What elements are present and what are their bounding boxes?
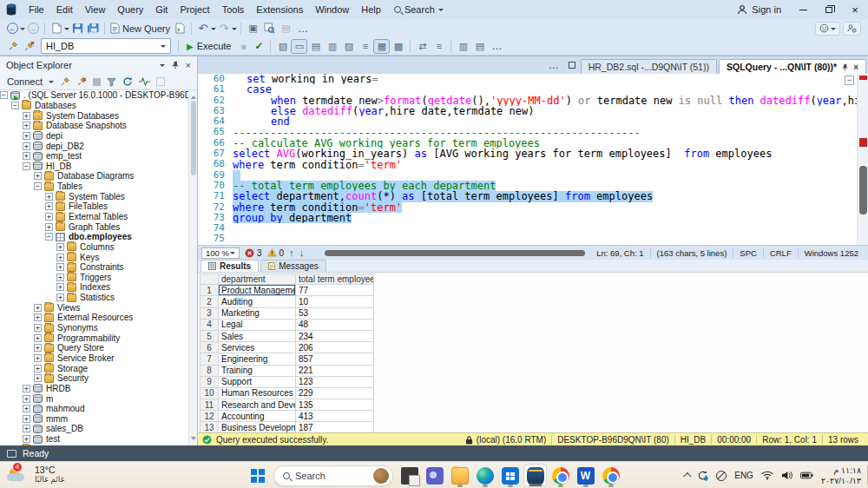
prev-issue-button[interactable]: ↑ bbox=[289, 247, 294, 258]
results-pane-toggle[interactable]: ▭ bbox=[291, 39, 307, 54]
tree-expander-icon[interactable] bbox=[11, 102, 19, 109]
comment-button[interactable]: ▥ bbox=[455, 39, 471, 54]
next-issue-button[interactable]: ↓ bbox=[299, 247, 305, 258]
menu-item[interactable]: File bbox=[23, 0, 50, 19]
table-row[interactable]: 7 Engineering 857 bbox=[200, 353, 868, 365]
save-all-button[interactable] bbox=[85, 21, 101, 36]
results-to-text-button[interactable]: ≡ bbox=[357, 39, 373, 54]
tab-overflow-button[interactable]: … bbox=[545, 59, 563, 71]
error-count[interactable]: 3 bbox=[245, 248, 262, 258]
change-connection-button[interactable] bbox=[21, 39, 37, 54]
object-explorer-header[interactable]: Object Explorer × bbox=[0, 56, 197, 74]
total-cell[interactable]: 229 bbox=[296, 388, 374, 399]
filter-icon[interactable] bbox=[107, 77, 116, 87]
table-row[interactable]: 10 Human Resources 229 bbox=[200, 388, 868, 399]
tree-expander-icon[interactable] bbox=[23, 122, 30, 129]
department-cell[interactable]: Accounting bbox=[219, 411, 296, 422]
tree-expander-icon[interactable] bbox=[23, 112, 30, 120]
new-file-button[interactable] bbox=[49, 21, 64, 36]
navigate-back-button[interactable]: ← bbox=[4, 21, 20, 36]
undo-button[interactable]: ↶ bbox=[195, 21, 211, 36]
row-number-cell[interactable]: 2 bbox=[200, 296, 219, 307]
grid-header-total[interactable]: total term employees bbox=[296, 274, 374, 285]
tree-expander-icon[interactable] bbox=[45, 223, 53, 231]
editor-horizontal-scrollbar[interactable] bbox=[325, 250, 585, 256]
restore-button[interactable] bbox=[816, 0, 842, 19]
tree-item[interactable]: Database Diagrams bbox=[0, 171, 188, 181]
code-line[interactable]: 62 when termdate_new>format(getdate(),'y… bbox=[198, 96, 868, 106]
row-number-cell[interactable]: 5 bbox=[200, 331, 219, 342]
tree-expander-icon[interactable] bbox=[34, 334, 42, 342]
estimated-plan-button[interactable]: ▧ bbox=[274, 39, 291, 54]
navigate-forward-button[interactable]: → bbox=[25, 21, 41, 36]
taskbar-app[interactable] bbox=[423, 464, 446, 487]
document-tab[interactable]: SQLQuery - ...QN\IT (80))* × bbox=[719, 59, 866, 74]
cancel-query-button[interactable]: ■ bbox=[235, 38, 251, 54]
code-line[interactable]: 72 where term_condition='term' bbox=[198, 202, 868, 213]
row-number-cell[interactable]: 11 bbox=[200, 399, 219, 411]
tree-item[interactable]: sales_DB bbox=[0, 424, 188, 434]
menu-item[interactable]: Edit bbox=[50, 0, 79, 19]
row-number-cell[interactable]: 9 bbox=[200, 377, 219, 388]
object-explorer-scrollbar[interactable] bbox=[188, 90, 197, 445]
connect-button[interactable] bbox=[4, 39, 21, 54]
total-cell[interactable]: 234 bbox=[296, 331, 374, 342]
tree-item[interactable]: System Databases bbox=[0, 110, 188, 121]
redo-button[interactable]: ↷ bbox=[216, 21, 232, 36]
taskbar-app[interactable] bbox=[574, 464, 597, 487]
total-cell[interactable]: 221 bbox=[296, 366, 374, 377]
sql-editor[interactable]: − 60 set working_in_years= 61 case 62 wh… bbox=[198, 74, 868, 245]
scroll-down-icon[interactable] bbox=[191, 437, 196, 443]
zoom-selector[interactable]: 100 % bbox=[201, 247, 240, 259]
total-cell[interactable]: 123 bbox=[296, 377, 374, 388]
close-button[interactable]: × bbox=[842, 0, 868, 19]
table-row[interactable]: 6 Services 206 bbox=[200, 342, 868, 353]
department-cell[interactable]: Training bbox=[219, 366, 296, 377]
table-row[interactable]: 9 Support 123 bbox=[200, 377, 868, 388]
code-line[interactable]: 61 case bbox=[198, 84, 868, 95]
find-in-objects-button[interactable] bbox=[261, 21, 278, 36]
execute-button[interactable]: ▶ Execute bbox=[182, 41, 235, 51]
taskbar-weather-widget[interactable]: 4 13°C غائم غالبًا bbox=[7, 465, 64, 485]
do-not-disturb-icon[interactable] bbox=[716, 471, 727, 481]
total-cell[interactable]: 48 bbox=[296, 320, 374, 331]
client-stats-button[interactable]: ▨ bbox=[340, 39, 357, 54]
tree-expander-icon[interactable] bbox=[0, 91, 8, 99]
fold-region-icon[interactable]: − bbox=[845, 76, 854, 85]
tree-item[interactable]: Graph Tables bbox=[0, 221, 188, 232]
menu-item[interactable]: Query bbox=[111, 0, 149, 19]
department-cell[interactable]: Support bbox=[219, 377, 296, 388]
tree-item[interactable]: External Tables bbox=[0, 212, 188, 222]
table-row[interactable]: 3 Marketing 53 bbox=[200, 308, 868, 320]
toolbar-overflow-button[interactable]: … bbox=[294, 23, 312, 35]
menu-search[interactable]: Search bbox=[394, 4, 444, 15]
total-cell[interactable]: 187 bbox=[296, 422, 374, 432]
tree-item[interactable]: m bbox=[0, 393, 188, 404]
code-line[interactable]: 74 bbox=[198, 223, 868, 234]
document-tab[interactable]: HR_DB2.sql -...D9QN\IT (51)) × bbox=[581, 59, 717, 74]
table-row[interactable]: 4 Legal 48 bbox=[200, 320, 868, 331]
save-button[interactable] bbox=[69, 21, 85, 36]
table-row[interactable]: 8 Training 221 bbox=[200, 366, 868, 377]
tree-item[interactable]: Databases bbox=[0, 101, 188, 111]
taskbar-app[interactable] bbox=[498, 464, 522, 487]
tree-expander-icon[interactable] bbox=[34, 304, 42, 312]
tree-expander-icon[interactable] bbox=[45, 213, 53, 221]
menu-item[interactable]: Extensions bbox=[250, 0, 309, 19]
copy-button[interactable]: ▤ bbox=[278, 21, 294, 36]
tree-item[interactable]: Statistics bbox=[0, 293, 188, 303]
tree-item[interactable]: depi_DB2 bbox=[0, 141, 188, 151]
tree-expander-icon[interactable] bbox=[34, 374, 42, 382]
tree-expander-icon[interactable] bbox=[34, 354, 42, 362]
menu-item[interactable]: View bbox=[79, 0, 112, 19]
tree-item[interactable]: . (SQL Server 16.0.1000 - DESKTOP-B96D9Q… bbox=[0, 90, 188, 101]
wifi-icon[interactable] bbox=[761, 471, 773, 480]
results-to-grid-button[interactable]: ▦ bbox=[373, 39, 390, 54]
tree-expander-icon[interactable] bbox=[23, 405, 30, 412]
script-options-button[interactable]: ▣ bbox=[245, 21, 261, 36]
scroll-up-icon[interactable] bbox=[191, 93, 196, 99]
tree-item[interactable]: dbo.employees bbox=[0, 232, 188, 242]
sign-in-button[interactable]: Sign in bbox=[728, 4, 790, 15]
tree-item[interactable]: Keys bbox=[0, 252, 188, 262]
tree-expander-icon[interactable] bbox=[34, 344, 42, 352]
